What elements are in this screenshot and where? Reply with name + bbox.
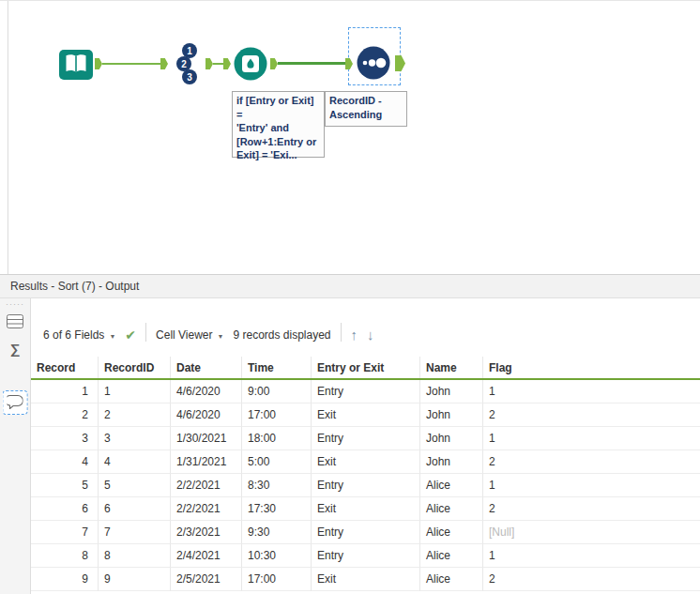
table-cell[interactable]: 1 xyxy=(483,544,700,568)
table-cell[interactable]: 18:00 xyxy=(242,427,312,450)
table-cell[interactable]: Alice xyxy=(420,521,483,544)
recordid-input-anchor[interactable] xyxy=(160,58,168,69)
scroll-down-button[interactable]: ↓ xyxy=(367,327,374,342)
table-cell[interactable]: John xyxy=(420,450,483,474)
table-cell[interactable]: 8:30 xyxy=(242,474,312,497)
formula-input-anchor[interactable] xyxy=(223,58,231,69)
apply-check-button[interactable]: ✔ xyxy=(125,328,136,342)
table-cell[interactable]: Entry xyxy=(312,474,420,497)
table-cell[interactable]: 9:30 xyxy=(242,521,312,544)
fields-selector[interactable]: 6 of 6 Fields ▼ xyxy=(43,328,115,342)
header-cell-date[interactable]: Date xyxy=(171,357,242,378)
header-cell-flag[interactable]: Flag xyxy=(483,357,700,378)
formula-output-anchor[interactable] xyxy=(270,58,278,69)
table-cell[interactable]: 1/31/2021 xyxy=(171,450,242,474)
table-cell[interactable]: Entry xyxy=(312,427,420,450)
table-cell[interactable]: 17:30 xyxy=(242,497,312,521)
table-cell[interactable]: 2 xyxy=(483,450,700,474)
table-cell[interactable]: 2 xyxy=(483,404,700,427)
scroll-up-button[interactable]: ↑ xyxy=(351,327,358,342)
table-cell[interactable]: Entry xyxy=(312,544,420,568)
table-cell[interactable]: 2/2/2021 xyxy=(171,497,242,521)
table-cell[interactable]: John xyxy=(420,427,483,450)
sort-output-anchor[interactable] xyxy=(395,55,405,71)
input-data-output-anchor[interactable] xyxy=(95,58,102,69)
metadata-view-button[interactable]: ∑ xyxy=(10,341,21,357)
table-cell[interactable]: 2/5/2021 xyxy=(171,568,242,591)
annotation-formula[interactable]: if [Entry or Exit] = 'Entry' and [Row+1:… xyxy=(232,91,325,158)
messages-view-button-selected[interactable] xyxy=(3,390,28,415)
workflow-canvas[interactable]: 1 2 3 xyxy=(0,0,700,274)
table-cell[interactable]: 1 xyxy=(483,380,700,404)
table-cell[interactable]: Alice xyxy=(420,544,483,568)
table-cell[interactable]: 6 xyxy=(99,497,171,521)
table-cell[interactable]: 7 xyxy=(99,521,171,544)
table-cell[interactable]: John xyxy=(420,380,483,404)
table-cell[interactable]: Alice xyxy=(420,497,483,521)
row-number-cell[interactable]: 9 xyxy=(31,568,99,591)
table-cell[interactable]: 9:00 xyxy=(242,380,312,404)
table-cell[interactable]: Exit xyxy=(312,497,420,521)
row-number-cell[interactable]: 7 xyxy=(31,521,99,544)
table-cell[interactable]: 2/3/2021 xyxy=(171,521,242,544)
row-number-cell[interactable]: 6 xyxy=(31,497,99,521)
table-cell[interactable]: 2 xyxy=(483,568,700,591)
table-cell[interactable]: Entry xyxy=(312,521,420,544)
grid-view-button[interactable] xyxy=(7,314,23,333)
annotation-sort[interactable]: RecordID - Ascending xyxy=(325,91,407,127)
header-cell-record[interactable]: Record xyxy=(31,357,99,378)
toolbar-separator xyxy=(341,323,342,342)
table-cell[interactable]: Entry xyxy=(312,380,420,404)
header-cell-recordid[interactable]: RecordID xyxy=(99,357,171,378)
table-cell[interactable]: 9 xyxy=(99,568,171,591)
table-cell[interactable]: 5:00 xyxy=(242,450,312,474)
connection-formula-to-sort[interactable] xyxy=(278,62,345,65)
table-cell[interactable]: Exit xyxy=(312,450,420,474)
canvas-left-border xyxy=(8,1,8,275)
table-cell[interactable]: 2/2/2021 xyxy=(171,474,242,497)
record-id-number-2: 2 xyxy=(181,59,187,69)
table-cell[interactable]: 1/30/2021 xyxy=(171,427,242,450)
row-number-cell[interactable]: 2 xyxy=(31,404,99,427)
row-number-cell[interactable]: 3 xyxy=(31,427,99,450)
table-cell[interactable]: 2/4/2021 xyxy=(171,544,242,568)
table-cell[interactable]: Alice xyxy=(420,474,483,497)
table-cell[interactable]: 2 xyxy=(99,404,171,427)
tool-input-data[interactable] xyxy=(58,46,94,87)
row-number-cell[interactable]: 5 xyxy=(31,474,99,497)
results-panel-header: Results - Sort (7) - Output xyxy=(0,274,700,298)
table-cell[interactable]: Exit xyxy=(312,568,420,591)
recordid-output-anchor[interactable] xyxy=(205,58,213,69)
table-row: 224/6/202017:00ExitJohn2 xyxy=(31,404,700,427)
connection-input-to-recordid[interactable] xyxy=(102,63,160,65)
drag-handle-dots-icon[interactable]: ····· xyxy=(0,299,30,309)
tool-record-id[interactable]: 1 2 3 xyxy=(170,42,202,89)
table-cell[interactable]: 3 xyxy=(99,427,171,450)
tool-sort[interactable] xyxy=(355,44,392,85)
row-number-cell[interactable]: 8 xyxy=(31,544,99,568)
table-cell[interactable]: 4 xyxy=(99,450,171,474)
cell-viewer-selector[interactable]: Cell Viewer ▼ xyxy=(156,328,223,342)
row-number-cell[interactable]: 1 xyxy=(31,380,99,404)
table-cell[interactable]: 1 xyxy=(483,427,700,450)
table-cell[interactable]: [Null] xyxy=(483,521,700,544)
table-cell[interactable]: 17:00 xyxy=(242,404,312,427)
table-cell[interactable]: 4/6/2020 xyxy=(171,404,242,427)
table-cell[interactable]: 1 xyxy=(483,474,700,497)
row-number-cell[interactable]: 4 xyxy=(31,450,99,474)
table-cell[interactable]: 5 xyxy=(99,474,171,497)
header-cell-name[interactable]: Name xyxy=(420,357,483,378)
table-cell[interactable]: 4/6/2020 xyxy=(171,380,242,404)
table-cell[interactable]: John xyxy=(420,404,483,427)
header-cell-entry-or-exit[interactable]: Entry or Exit xyxy=(312,357,420,378)
table-cell[interactable]: 10:30 xyxy=(242,544,312,568)
table-cell[interactable]: Exit xyxy=(312,404,420,427)
table-cell[interactable]: 1 xyxy=(99,380,171,404)
table-cell[interactable]: 17:00 xyxy=(242,568,312,591)
table-cell[interactable]: Alice xyxy=(420,568,483,591)
table-cell[interactable]: 8 xyxy=(99,544,171,568)
header-cell-time[interactable]: Time xyxy=(242,357,312,378)
tool-multi-row-formula[interactable] xyxy=(233,46,268,85)
table-cell[interactable]: 2 xyxy=(483,497,700,521)
connection-recordid-to-formula[interactable] xyxy=(213,63,223,65)
